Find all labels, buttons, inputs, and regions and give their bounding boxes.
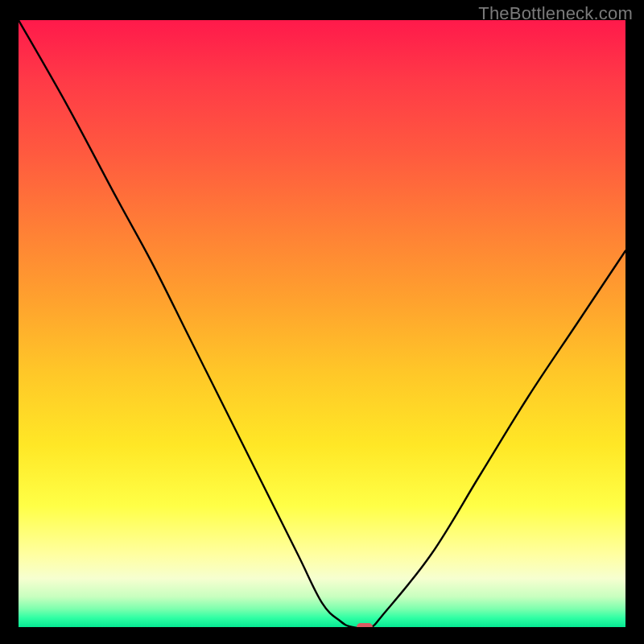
bottleneck-curve <box>19 20 625 627</box>
plot-area <box>19 20 625 627</box>
optimal-point-marker <box>357 623 373 627</box>
chart-frame: TheBottleneck.com <box>0 0 644 644</box>
